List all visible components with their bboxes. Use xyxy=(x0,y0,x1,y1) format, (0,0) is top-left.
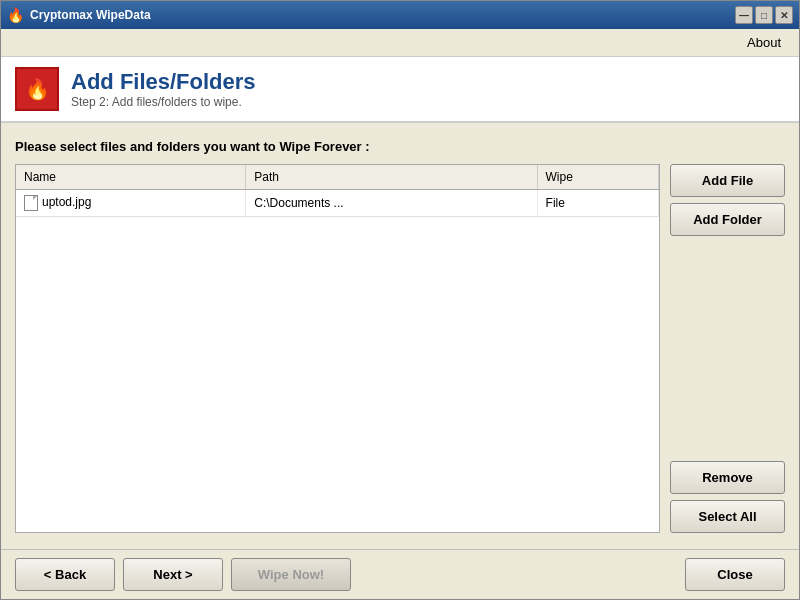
row-wipe: File xyxy=(537,190,658,217)
col-name: Name xyxy=(16,165,246,190)
remove-button[interactable]: Remove xyxy=(670,461,785,494)
table-row[interactable]: uptod.jpg C:\Documents ... File xyxy=(16,190,659,217)
col-path: Path xyxy=(246,165,537,190)
page-header: 🔥 Add Files/Folders Step 2: Add files/fo… xyxy=(1,57,799,123)
select-all-button[interactable]: Select All xyxy=(670,500,785,533)
header-text: Add Files/Folders Step 2: Add files/fold… xyxy=(71,69,256,109)
wipe-now-button[interactable]: Wipe Now! xyxy=(231,558,351,591)
row-path: C:\Documents ... xyxy=(246,190,537,217)
close-window-button[interactable]: ✕ xyxy=(775,6,793,24)
minimize-button[interactable]: — xyxy=(735,6,753,24)
footer: < Back Next > Wipe Now! Close xyxy=(1,549,799,599)
maximize-button[interactable]: □ xyxy=(755,6,773,24)
header-icon: 🔥 xyxy=(15,67,59,111)
add-file-button[interactable]: Add File xyxy=(670,164,785,197)
file-table: Name Path Wipe uptod.jpg C:\Documents ..… xyxy=(16,165,659,217)
button-spacer xyxy=(670,242,785,455)
buttons-panel: Add File Add Folder Remove Select All xyxy=(670,164,785,533)
main-window: 🔥 Cryptomax WipeData — □ ✕ About 🔥 Add F… xyxy=(0,0,800,600)
back-button[interactable]: < Back xyxy=(15,558,115,591)
close-button[interactable]: Close xyxy=(685,558,785,591)
title-bar-left: 🔥 Cryptomax WipeData xyxy=(7,7,151,23)
title-bar-controls: — □ ✕ xyxy=(735,6,793,24)
window-title: Cryptomax WipeData xyxy=(30,8,151,22)
flame-icon: 🔥 xyxy=(25,77,50,101)
table-header-row: Name Path Wipe xyxy=(16,165,659,190)
menu-bar: About xyxy=(1,29,799,57)
footer-right: Close xyxy=(685,558,785,591)
file-icon xyxy=(24,195,38,211)
page-subtitle: Step 2: Add files/folders to wipe. xyxy=(71,95,256,109)
content-area: Please select files and folders you want… xyxy=(1,123,799,549)
row-name: uptod.jpg xyxy=(16,190,246,217)
col-wipe: Wipe xyxy=(537,165,658,190)
about-menu-item[interactable]: About xyxy=(739,31,789,54)
app-icon: 🔥 xyxy=(7,7,24,23)
page-title: Add Files/Folders xyxy=(71,69,256,95)
next-button[interactable]: Next > xyxy=(123,558,223,591)
add-folder-button[interactable]: Add Folder xyxy=(670,203,785,236)
main-area: Name Path Wipe uptod.jpg C:\Documents ..… xyxy=(15,164,785,533)
instruction-label: Please select files and folders you want… xyxy=(15,139,785,154)
title-bar: 🔥 Cryptomax WipeData — □ ✕ xyxy=(1,1,799,29)
file-table-container: Name Path Wipe uptod.jpg C:\Documents ..… xyxy=(15,164,660,533)
